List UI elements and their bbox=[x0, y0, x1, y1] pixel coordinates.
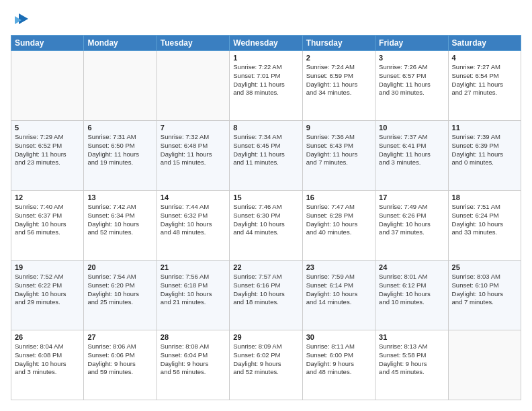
day-number: 12 bbox=[15, 193, 80, 201]
calendar-week-row-4: 26Sunrise: 8:04 AM Sunset: 6:08 PM Dayli… bbox=[11, 330, 521, 400]
day-info: Sunrise: 7:42 AM Sunset: 6:34 PM Dayligh… bbox=[87, 203, 152, 237]
calendar-cell: 17Sunrise: 7:49 AM Sunset: 6:26 PM Dayli… bbox=[375, 191, 448, 261]
day-info: Sunrise: 7:52 AM Sunset: 6:22 PM Dayligh… bbox=[15, 273, 80, 307]
day-number: 7 bbox=[161, 124, 226, 132]
calendar-cell: 9Sunrise: 7:36 AM Sunset: 6:43 PM Daylig… bbox=[302, 121, 375, 191]
logo bbox=[11, 11, 31, 30]
day-number: 4 bbox=[452, 54, 517, 62]
day-info: Sunrise: 7:34 AM Sunset: 6:45 PM Dayligh… bbox=[233, 133, 298, 167]
calendar-cell: 3Sunrise: 7:26 AM Sunset: 6:57 PM Daylig… bbox=[375, 51, 448, 121]
day-number: 3 bbox=[379, 54, 444, 62]
day-number: 30 bbox=[306, 333, 371, 341]
day-info: Sunrise: 8:11 AM Sunset: 6:00 PM Dayligh… bbox=[306, 342, 371, 377]
day-info: Sunrise: 7:51 AM Sunset: 6:24 PM Dayligh… bbox=[452, 203, 517, 237]
day-number: 18 bbox=[452, 193, 517, 201]
calendar-cell: 6Sunrise: 7:31 AM Sunset: 6:50 PM Daylig… bbox=[84, 121, 157, 191]
day-info: Sunrise: 8:13 AM Sunset: 5:58 PM Dayligh… bbox=[379, 342, 444, 377]
day-info: Sunrise: 8:03 AM Sunset: 6:10 PM Dayligh… bbox=[452, 273, 517, 307]
day-number: 11 bbox=[452, 124, 517, 132]
logo-icon bbox=[12, 11, 31, 30]
weekday-header-wednesday: Wednesday bbox=[230, 36, 302, 51]
day-number: 27 bbox=[87, 333, 152, 341]
day-info: Sunrise: 7:24 AM Sunset: 6:59 PM Dayligh… bbox=[306, 63, 371, 97]
day-number: 23 bbox=[306, 263, 371, 271]
weekday-header-saturday: Saturday bbox=[448, 36, 521, 51]
day-info: Sunrise: 8:09 AM Sunset: 6:02 PM Dayligh… bbox=[233, 342, 298, 377]
day-info: Sunrise: 7:27 AM Sunset: 6:54 PM Dayligh… bbox=[452, 63, 517, 97]
day-info: Sunrise: 7:59 AM Sunset: 6:14 PM Dayligh… bbox=[306, 273, 371, 307]
calendar-cell bbox=[157, 51, 229, 121]
weekday-header-thursday: Thursday bbox=[302, 36, 375, 51]
day-info: Sunrise: 7:57 AM Sunset: 6:16 PM Dayligh… bbox=[233, 273, 298, 307]
calendar-cell: 1Sunrise: 7:22 AM Sunset: 7:01 PM Daylig… bbox=[230, 51, 302, 121]
day-number: 15 bbox=[233, 193, 298, 201]
calendar-table: SundayMondayTuesdayWednesdayThursdayFrid… bbox=[11, 35, 521, 400]
calendar-cell: 16Sunrise: 7:47 AM Sunset: 6:28 PM Dayli… bbox=[302, 191, 375, 261]
calendar-week-row-1: 5Sunrise: 7:29 AM Sunset: 6:52 PM Daylig… bbox=[11, 121, 521, 191]
calendar-cell: 13Sunrise: 7:42 AM Sunset: 6:34 PM Dayli… bbox=[84, 191, 157, 261]
header bbox=[11, 11, 521, 30]
day-info: Sunrise: 8:08 AM Sunset: 6:04 PM Dayligh… bbox=[161, 342, 226, 377]
day-number: 5 bbox=[15, 124, 80, 132]
calendar-cell: 5Sunrise: 7:29 AM Sunset: 6:52 PM Daylig… bbox=[11, 121, 84, 191]
calendar-cell: 26Sunrise: 8:04 AM Sunset: 6:08 PM Dayli… bbox=[11, 330, 84, 400]
weekday-header-monday: Monday bbox=[84, 36, 157, 51]
day-info: Sunrise: 7:37 AM Sunset: 6:41 PM Dayligh… bbox=[379, 133, 444, 167]
calendar-cell: 23Sunrise: 7:59 AM Sunset: 6:14 PM Dayli… bbox=[302, 261, 375, 330]
day-number: 17 bbox=[379, 193, 444, 201]
day-number: 20 bbox=[87, 263, 152, 271]
day-number: 26 bbox=[15, 333, 80, 341]
calendar-cell: 18Sunrise: 7:51 AM Sunset: 6:24 PM Dayli… bbox=[448, 191, 521, 261]
weekday-header-sunday: Sunday bbox=[11, 36, 84, 51]
day-number: 16 bbox=[306, 193, 371, 201]
calendar-cell: 21Sunrise: 7:56 AM Sunset: 6:18 PM Dayli… bbox=[157, 261, 229, 330]
calendar-cell: 31Sunrise: 8:13 AM Sunset: 5:58 PM Dayli… bbox=[375, 330, 448, 400]
day-number: 13 bbox=[87, 193, 152, 201]
weekday-header-friday: Friday bbox=[375, 36, 448, 51]
calendar-cell: 27Sunrise: 8:06 AM Sunset: 6:06 PM Dayli… bbox=[84, 330, 157, 400]
day-number: 14 bbox=[161, 193, 226, 201]
day-info: Sunrise: 7:56 AM Sunset: 6:18 PM Dayligh… bbox=[161, 273, 226, 307]
day-info: Sunrise: 7:46 AM Sunset: 6:30 PM Dayligh… bbox=[233, 203, 298, 237]
day-info: Sunrise: 7:40 AM Sunset: 6:37 PM Dayligh… bbox=[15, 203, 80, 237]
day-info: Sunrise: 8:04 AM Sunset: 6:08 PM Dayligh… bbox=[15, 342, 80, 377]
weekday-header-tuesday: Tuesday bbox=[157, 36, 229, 51]
day-info: Sunrise: 7:44 AM Sunset: 6:32 PM Dayligh… bbox=[161, 203, 226, 237]
calendar-cell: 24Sunrise: 8:01 AM Sunset: 6:12 PM Dayli… bbox=[375, 261, 448, 330]
day-info: Sunrise: 8:06 AM Sunset: 6:06 PM Dayligh… bbox=[87, 342, 152, 377]
calendar-cell: 28Sunrise: 8:08 AM Sunset: 6:04 PM Dayli… bbox=[157, 330, 229, 400]
day-number: 21 bbox=[161, 263, 226, 271]
day-number: 28 bbox=[161, 333, 226, 341]
day-info: Sunrise: 7:54 AM Sunset: 6:20 PM Dayligh… bbox=[87, 273, 152, 307]
calendar-cell: 7Sunrise: 7:32 AM Sunset: 6:48 PM Daylig… bbox=[157, 121, 229, 191]
calendar-cell bbox=[11, 51, 84, 121]
day-info: Sunrise: 7:32 AM Sunset: 6:48 PM Dayligh… bbox=[161, 133, 226, 167]
page: SundayMondayTuesdayWednesdayThursdayFrid… bbox=[0, 0, 532, 411]
calendar-cell: 29Sunrise: 8:09 AM Sunset: 6:02 PM Dayli… bbox=[230, 330, 302, 400]
calendar-cell: 15Sunrise: 7:46 AM Sunset: 6:30 PM Dayli… bbox=[230, 191, 302, 261]
day-number: 9 bbox=[306, 124, 371, 132]
calendar-cell: 14Sunrise: 7:44 AM Sunset: 6:32 PM Dayli… bbox=[157, 191, 229, 261]
day-number: 19 bbox=[15, 263, 80, 271]
day-number: 1 bbox=[233, 54, 298, 62]
day-number: 10 bbox=[379, 124, 444, 132]
day-info: Sunrise: 8:01 AM Sunset: 6:12 PM Dayligh… bbox=[379, 273, 444, 307]
day-number: 22 bbox=[233, 263, 298, 271]
day-number: 25 bbox=[452, 263, 517, 271]
svg-marker-0 bbox=[19, 13, 28, 24]
calendar-cell bbox=[84, 51, 157, 121]
calendar-week-row-0: 1Sunrise: 7:22 AM Sunset: 7:01 PM Daylig… bbox=[11, 51, 521, 121]
calendar-cell: 10Sunrise: 7:37 AM Sunset: 6:41 PM Dayli… bbox=[375, 121, 448, 191]
day-info: Sunrise: 7:26 AM Sunset: 6:57 PM Dayligh… bbox=[379, 63, 444, 97]
day-number: 2 bbox=[306, 54, 371, 62]
day-number: 6 bbox=[87, 124, 152, 132]
day-number: 29 bbox=[233, 333, 298, 341]
day-info: Sunrise: 7:49 AM Sunset: 6:26 PM Dayligh… bbox=[379, 203, 444, 237]
day-info: Sunrise: 7:36 AM Sunset: 6:43 PM Dayligh… bbox=[306, 133, 371, 167]
day-number: 8 bbox=[233, 124, 298, 132]
calendar-cell: 25Sunrise: 8:03 AM Sunset: 6:10 PM Dayli… bbox=[448, 261, 521, 330]
day-number: 24 bbox=[379, 263, 444, 271]
calendar-cell: 2Sunrise: 7:24 AM Sunset: 6:59 PM Daylig… bbox=[302, 51, 375, 121]
calendar-cell: 30Sunrise: 8:11 AM Sunset: 6:00 PM Dayli… bbox=[302, 330, 375, 400]
calendar-cell: 8Sunrise: 7:34 AM Sunset: 6:45 PM Daylig… bbox=[230, 121, 302, 191]
